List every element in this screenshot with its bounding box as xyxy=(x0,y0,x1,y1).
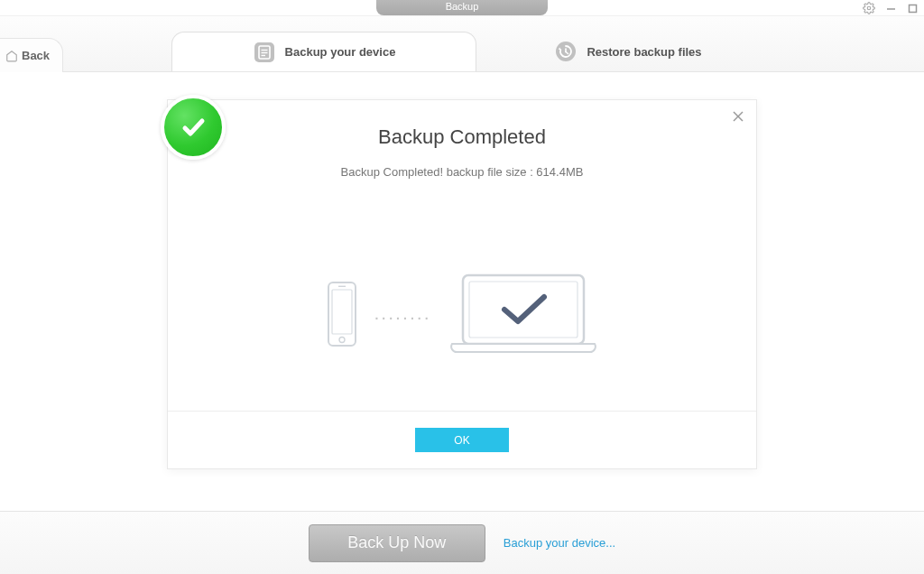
success-check-icon xyxy=(161,95,226,160)
backup-device-icon xyxy=(253,41,276,64)
backup-complete-dialog: Backup Completed Backup Completed! backu… xyxy=(167,99,757,469)
transfer-illustration: ........ xyxy=(168,272,756,357)
window-title: Backup xyxy=(376,0,548,15)
svg-rect-14 xyxy=(332,290,352,334)
svg-rect-2 xyxy=(909,5,916,12)
gear-icon[interactable] xyxy=(863,0,875,16)
content-area: Backup Completed Backup Completed! backu… xyxy=(0,72,924,486)
close-icon[interactable] xyxy=(731,109,745,124)
minimize-icon[interactable] xyxy=(884,0,897,16)
tab-backup[interactable]: Backup your device xyxy=(171,32,476,71)
maximize-icon[interactable] xyxy=(906,0,919,16)
ok-button[interactable]: OK xyxy=(415,428,509,452)
laptop-icon xyxy=(447,272,600,357)
dialog-title: Backup Completed xyxy=(168,125,756,149)
svg-point-0 xyxy=(867,6,871,10)
restore-icon xyxy=(554,40,578,63)
tabs: Backup your device Restore backup files xyxy=(171,32,780,71)
bottom-bar: Back Up Now Backup your device... xyxy=(0,511,924,574)
dialog-footer: OK xyxy=(168,411,756,468)
back-label: Back xyxy=(22,49,50,62)
window-controls xyxy=(863,0,919,16)
tab-restore-label: Restore backup files xyxy=(587,45,701,59)
dialog-subtitle: Backup Completed! backup file size : 614… xyxy=(168,165,756,179)
top-nav: Back Backup your device xyxy=(0,16,924,72)
transfer-dots: ........ xyxy=(374,308,431,322)
backup-now-button[interactable]: Back Up Now xyxy=(309,524,485,562)
title-bar: Backup xyxy=(0,0,924,16)
phone-icon xyxy=(324,281,360,348)
svg-rect-18 xyxy=(469,282,578,338)
back-button[interactable]: Back xyxy=(0,38,63,72)
home-icon xyxy=(5,50,18,62)
tab-restore[interactable]: Restore backup files xyxy=(476,32,780,71)
tab-backup-label: Backup your device xyxy=(285,45,396,59)
backup-device-link[interactable]: Backup your device... xyxy=(504,536,615,550)
